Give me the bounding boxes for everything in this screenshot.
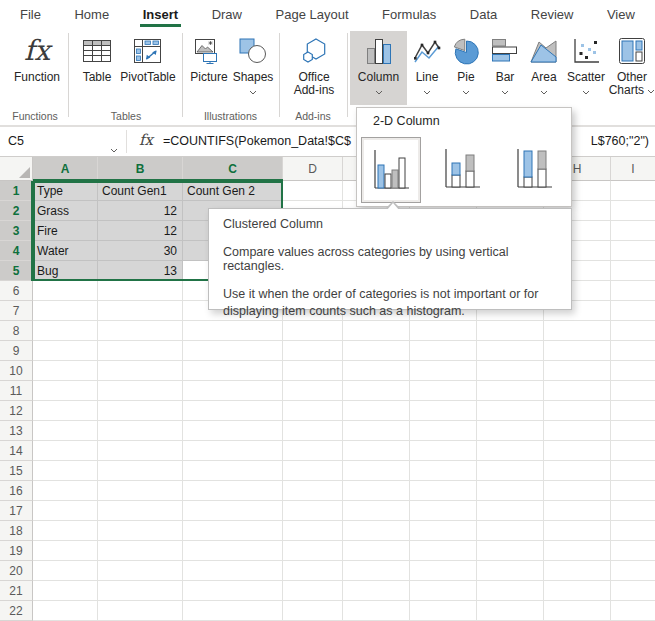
row-header-18[interactable]: 18 — [0, 521, 33, 541]
gridline-vertical — [610, 181, 611, 621]
function-button[interactable]: fx Function — [8, 31, 66, 105]
column-header-D[interactable]: D — [283, 157, 343, 181]
cell-A5[interactable]: Bug — [33, 261, 98, 281]
column-header-C[interactable]: C — [183, 157, 283, 181]
tab-formulas[interactable]: Formulas — [382, 0, 436, 28]
other-charts-label-2: Charts — [609, 84, 655, 97]
cell-B2[interactable]: 12 — [98, 201, 183, 221]
row-header-17[interactable]: 17 — [0, 501, 33, 521]
row-header-20[interactable]: 20 — [0, 561, 33, 581]
table-button[interactable]: Table — [78, 31, 116, 105]
dropdown-section-title: 2-D Column — [373, 114, 440, 128]
shapes-button[interactable]: Shapes — [231, 31, 275, 105]
row-header-6[interactable]: 6 — [0, 281, 33, 301]
formula-input[interactable]: =COUNTIFS(Pokemon_Data!$C$ — [163, 127, 363, 156]
row-header-5[interactable]: 5 — [0, 261, 33, 281]
group-separator — [68, 33, 69, 117]
cell-A1[interactable]: Type — [33, 181, 98, 201]
group-label-addins: Add-ins — [281, 110, 345, 122]
other-charts-button[interactable]: Other Charts — [609, 31, 655, 105]
formula-input-tail[interactable]: L$760;"2") — [591, 127, 649, 156]
line-chart-button[interactable]: Line — [407, 31, 447, 105]
row-header-14[interactable]: 14 — [0, 441, 33, 461]
tab-data[interactable]: Data — [470, 0, 497, 28]
row-header-3[interactable]: 3 — [0, 221, 33, 241]
stacked-column-option[interactable] — [433, 137, 491, 201]
bar-chart-button[interactable]: Bar — [485, 31, 525, 105]
cell-B5[interactable]: 13 — [98, 261, 183, 281]
clustered-column-icon — [369, 146, 413, 194]
chevron-down-icon — [462, 90, 470, 95]
tab-home[interactable]: Home — [74, 0, 109, 28]
chevron-down-icon — [540, 90, 548, 95]
cell-B1[interactable]: Count Gen1 — [98, 181, 183, 201]
column-chart-dropdown: 2-D Column — [356, 107, 572, 207]
row-header-19[interactable]: 19 — [0, 541, 33, 561]
row-header-16[interactable]: 16 — [0, 481, 33, 501]
gridline-horizontal — [33, 520, 655, 521]
row-header-12[interactable]: 12 — [0, 401, 33, 421]
gridline-horizontal — [33, 340, 655, 341]
tab-file[interactable]: File — [20, 0, 41, 28]
row-header-9[interactable]: 9 — [0, 341, 33, 361]
group-separator — [347, 33, 348, 117]
row-header-13[interactable]: 13 — [0, 421, 33, 441]
row-header-21[interactable]: 21 — [0, 581, 33, 601]
chevron-down-icon — [375, 90, 383, 95]
cell-A4[interactable]: Water — [33, 241, 98, 261]
chevron-down-icon — [501, 90, 509, 95]
row-header-10[interactable]: 10 — [0, 361, 33, 381]
cell-B3[interactable]: 12 — [98, 221, 183, 241]
insert-function-button[interactable]: fx — [133, 127, 159, 156]
bar-chart-icon — [490, 37, 520, 65]
cell-A2[interactable]: Grass — [33, 201, 98, 221]
gridline-horizontal — [33, 560, 655, 561]
group-label-functions: Functions — [0, 110, 70, 122]
name-box[interactable]: C5 — [0, 127, 126, 156]
tab-page-layout[interactable]: Page Layout — [276, 0, 349, 28]
tab-review[interactable]: Review — [531, 0, 574, 28]
column-header-I[interactable]: I — [611, 157, 655, 181]
column-header-B[interactable]: B — [98, 157, 183, 181]
row-header-1[interactable]: 1 — [0, 181, 33, 201]
row-header-8[interactable]: 8 — [0, 321, 33, 341]
office-addins-icon — [299, 36, 329, 66]
scatter-chart-icon — [571, 36, 601, 66]
clustered-column-option[interactable] — [361, 137, 421, 203]
pivottable-label: PivotTable — [120, 71, 175, 84]
gridline-horizontal — [33, 460, 655, 461]
table-label: Table — [83, 71, 112, 84]
tab-draw[interactable]: Draw — [212, 0, 242, 28]
picture-button[interactable]: Picture — [187, 31, 231, 105]
cell-A3[interactable]: Fire — [33, 221, 98, 241]
active-tab-underline — [140, 24, 181, 27]
tooltip-usage: Use it when the order of categories is n… — [223, 286, 553, 320]
row-header-11[interactable]: 11 — [0, 381, 33, 401]
line-chart-label: Line — [416, 71, 439, 84]
row-header-15[interactable]: 15 — [0, 461, 33, 481]
tab-insert[interactable]: Insert — [143, 0, 178, 28]
pivottable-icon — [133, 37, 163, 65]
scatter-chart-button[interactable]: Scatter — [563, 31, 609, 105]
row-header-4[interactable]: 4 — [0, 241, 33, 261]
column-chart-button[interactable]: Column — [350, 31, 407, 105]
cell-B4[interactable]: 30 — [98, 241, 183, 261]
stacked-100-column-option[interactable] — [505, 137, 563, 201]
other-charts-icon — [617, 36, 647, 66]
row-header-7[interactable]: 7 — [0, 301, 33, 321]
pie-chart-icon — [451, 36, 482, 66]
area-chart-button[interactable]: Area — [525, 31, 563, 105]
gridline-horizontal — [33, 380, 655, 381]
row-header-2[interactable]: 2 — [0, 201, 33, 221]
select-all-corner[interactable] — [0, 157, 33, 181]
gridline-horizontal — [33, 420, 655, 421]
row-header-22[interactable]: 22 — [0, 601, 33, 621]
column-header-A[interactable]: A — [33, 157, 98, 181]
tab-view[interactable]: View — [607, 0, 635, 28]
pivottable-button[interactable]: PivotTable — [117, 31, 179, 105]
bar-chart-label: Bar — [496, 71, 515, 84]
pie-chart-button[interactable]: Pie — [447, 31, 485, 105]
column-chart-label: Column — [358, 71, 399, 84]
office-addins-button[interactable]: Office Add-ins — [285, 31, 343, 105]
cell-C1[interactable]: Count Gen 2 — [183, 181, 283, 201]
